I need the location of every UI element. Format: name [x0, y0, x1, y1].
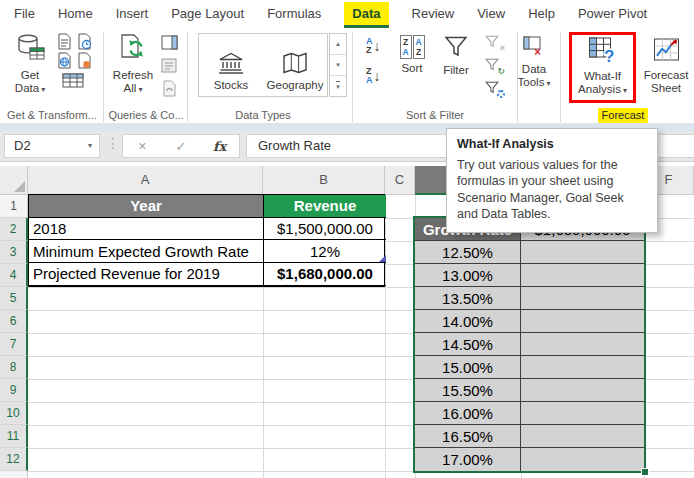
tab-page-layout[interactable]: Page Layout — [171, 0, 244, 28]
tab-formulas[interactable]: Formulas — [267, 0, 321, 28]
stocks-label: Stocks — [214, 79, 249, 91]
gallery-scroll-down-button[interactable]: ▾ — [330, 55, 346, 76]
clear-filter-button[interactable]: × — [485, 34, 503, 52]
queries-connections-icon[interactable] — [160, 33, 178, 51]
gallery-scroll-up-button[interactable]: ▴ — [330, 34, 346, 55]
refresh-all-button[interactable]: Refresh All▾ — [108, 33, 158, 96]
properties-icon[interactable] — [160, 56, 178, 74]
filter-funnel-icon — [444, 35, 468, 61]
sort-label: Sort — [401, 62, 422, 75]
row-header-8-selected[interactable]: 8 — [0, 356, 28, 379]
down-arrow-icon: ↓ — [374, 68, 381, 84]
growth-rate-cell[interactable]: 13.50% — [415, 287, 521, 310]
folded-map-icon — [282, 51, 308, 77]
result-cell-empty[interactable] — [521, 241, 644, 264]
from-web-icon[interactable] — [55, 51, 73, 69]
sort-descending-button[interactable]: ZA ↓ — [366, 67, 381, 85]
what-if-analysis-button[interactable]: ? What-If Analysis▾ — [572, 36, 633, 97]
tab-help[interactable]: Help — [528, 0, 555, 28]
cell-b3[interactable]: 12% — [264, 240, 386, 263]
row-header-4-selected[interactable]: 4 — [0, 264, 28, 287]
enter-icon[interactable]: ✓ — [162, 139, 201, 154]
insert-function-icon[interactable]: fx — [200, 139, 239, 154]
growth-rate-cell[interactable]: 17.00% — [415, 448, 521, 471]
tab-insert[interactable]: Insert — [116, 0, 149, 28]
cell-b1-revenue-header[interactable]: Revenue — [264, 195, 386, 218]
result-cell-empty[interactable] — [521, 287, 644, 310]
from-table-range-icon[interactable] — [61, 71, 85, 89]
growth-rate-cell[interactable]: 15.50% — [415, 379, 521, 402]
tab-view[interactable]: View — [477, 0, 505, 28]
filter-button[interactable]: Filter — [434, 35, 478, 77]
row-header-1[interactable]: 1 — [0, 195, 28, 218]
sort-button[interactable]: ZA AZ Sort — [392, 35, 432, 75]
forecast-sheet-button[interactable]: Forecast Sheet — [640, 36, 692, 95]
cell-a2[interactable]: 2018 — [29, 218, 264, 241]
name-box[interactable]: D2 ▾ — [4, 134, 100, 158]
row-header-6-selected[interactable]: 6 — [0, 310, 28, 333]
formula-bar-resize-handle[interactable]: ⋮ — [106, 135, 120, 151]
tab-file[interactable]: File — [14, 0, 35, 28]
growth-rate-cell[interactable]: 12.50% — [415, 241, 521, 264]
stocks-button[interactable]: Stocks — [199, 34, 263, 96]
growth-rate-cell[interactable]: 13.00% — [415, 264, 521, 287]
cell-a1-year-header[interactable]: Year — [29, 195, 264, 218]
column-header-a[interactable]: A — [28, 166, 263, 195]
get-data-label-line2: Data▾ — [15, 82, 45, 96]
growth-rate-cell[interactable]: 14.50% — [415, 333, 521, 356]
result-cell-empty[interactable] — [521, 333, 644, 356]
row-header-5-selected[interactable]: 5 — [0, 287, 28, 310]
geography-button[interactable]: Geography — [263, 34, 327, 96]
result-cell-empty[interactable] — [521, 379, 644, 402]
recent-sources-icon[interactable] — [75, 32, 93, 50]
row-header-12-selected[interactable]: 12 — [0, 448, 28, 471]
name-box-dropdown-icon[interactable]: ▾ — [88, 135, 92, 157]
growth-rate-cell[interactable]: 14.00% — [415, 310, 521, 333]
select-all-button[interactable] — [0, 166, 28, 195]
data-tools-label-line2: Tools▾ — [518, 76, 551, 90]
row-header-11-selected[interactable]: 11 — [0, 425, 28, 448]
data-tools-button[interactable]: × Data Tools▾ — [515, 35, 553, 90]
tab-power-pivot[interactable]: Power Pivot — [578, 0, 647, 28]
result-cell-empty[interactable] — [521, 356, 644, 379]
gallery-more-button[interactable]: ▾ — [330, 76, 346, 96]
result-cell-empty[interactable] — [521, 310, 644, 333]
cell-a3[interactable]: Minimum Expected Growth Rate — [29, 240, 264, 263]
summary-table: Year Revenue 2018 $1,500,000.00 Minimum … — [28, 194, 385, 287]
row-header-9-selected[interactable]: 9 — [0, 379, 28, 402]
more-gallery-icon: ▾ — [336, 81, 340, 91]
tab-data-active[interactable]: Data — [344, 2, 388, 28]
column-header-c[interactable]: C — [385, 166, 415, 195]
forecast-sheet-label-line2: Sheet — [651, 82, 681, 95]
row-header-10-selected[interactable]: 10 — [0, 402, 28, 425]
active-cell-reference: D2 — [14, 138, 31, 153]
ribbon: Get Data▾ — [0, 28, 694, 123]
from-database-icon[interactable] — [75, 51, 93, 69]
cell-b2[interactable]: $1,500,000.00 — [264, 218, 386, 241]
cell-a4[interactable]: Projected Revenue for 2019 — [29, 263, 264, 286]
row-header-2-selected[interactable]: 2 — [0, 218, 28, 241]
get-data-button[interactable]: Get Data▾ — [6, 33, 54, 96]
result-cell-empty[interactable] — [521, 402, 644, 425]
tab-home[interactable]: Home — [58, 0, 93, 28]
reapply-filter-button[interactable]: ↻ — [485, 57, 503, 75]
growth-rate-cell[interactable]: 16.00% — [415, 402, 521, 425]
result-cell-empty[interactable] — [521, 448, 644, 471]
cancel-icon[interactable]: × — [123, 138, 162, 154]
row-header-7-selected[interactable]: 7 — [0, 333, 28, 356]
result-cell-empty[interactable] — [521, 264, 644, 287]
row-header-3-selected[interactable]: 3 — [0, 241, 28, 264]
result-cell-empty[interactable] — [521, 425, 644, 448]
from-text-file-icon[interactable] — [55, 32, 73, 50]
fill-handle[interactable] — [641, 468, 649, 476]
advanced-filter-button[interactable] — [485, 80, 503, 98]
tab-review[interactable]: Review — [412, 0, 455, 28]
row-header-13-partial[interactable] — [0, 471, 28, 478]
edit-links-icon[interactable] — [160, 79, 178, 97]
column-header-b[interactable]: B — [263, 166, 385, 195]
cell-b4[interactable]: $1,680,000.00 — [264, 263, 386, 286]
growth-rate-cell[interactable]: 16.50% — [415, 425, 521, 448]
selected-range-d2-e12[interactable]: Growth Rate $1,680,000.00 12.50% 13.00% … — [413, 216, 646, 473]
sort-ascending-button[interactable]: AZ ↓ — [366, 37, 381, 55]
growth-rate-cell[interactable]: 15.00% — [415, 356, 521, 379]
